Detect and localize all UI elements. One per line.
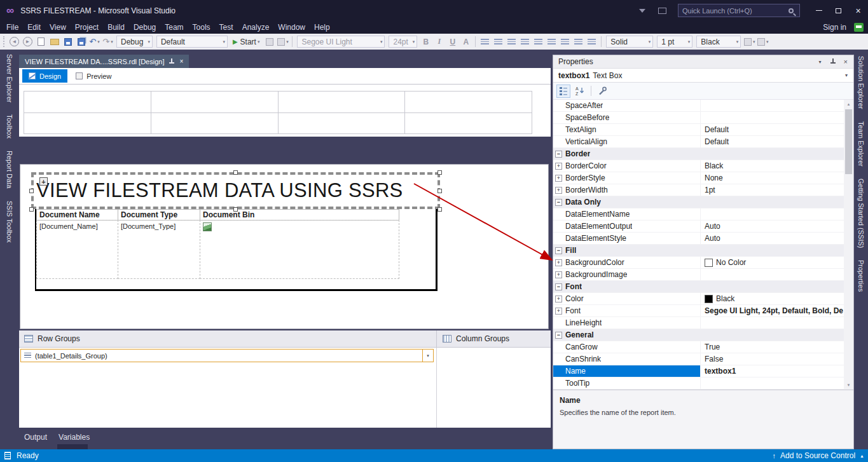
misc-tool-icon[interactable] bbox=[263, 35, 275, 48]
borders-icon[interactable]: ▾ bbox=[743, 35, 755, 48]
undo-icon[interactable]: ↶▾ bbox=[88, 35, 100, 48]
menu-item-tools[interactable]: Tools bbox=[188, 22, 215, 33]
menu-item-project[interactable]: Project bbox=[71, 22, 103, 33]
fill-color-icon[interactable]: ▾ bbox=[757, 35, 769, 48]
object-selector[interactable]: textbox1 Text Box ▾ bbox=[553, 68, 853, 83]
left-tab-ssis-toolbox[interactable]: SSIS Toolbox bbox=[6, 201, 13, 243]
scrollbar-thumb[interactable] bbox=[845, 109, 852, 174]
categorized-view-icon[interactable] bbox=[556, 85, 570, 98]
valign-top-icon[interactable] bbox=[519, 35, 531, 48]
table-cell-document-bin[interactable] bbox=[200, 220, 399, 279]
property-row-lineheight[interactable]: LineHeight bbox=[553, 317, 844, 329]
menu-item-build[interactable]: Build bbox=[103, 22, 129, 33]
font-size-combo[interactable]: 24pt▾ bbox=[389, 36, 417, 48]
resize-handle[interactable] bbox=[29, 207, 34, 212]
font-color-button[interactable]: A bbox=[460, 35, 472, 48]
property-row-backgroundcolor[interactable]: +BackgroundColorNo Color bbox=[553, 257, 844, 269]
align-center-icon[interactable] bbox=[492, 35, 504, 48]
property-row-border[interactable]: −Border bbox=[553, 148, 844, 160]
border-color-combo[interactable]: Black▾ bbox=[696, 36, 741, 48]
border-width-combo[interactable]: 1 pt▾ bbox=[657, 36, 692, 48]
design-grid-cell[interactable] bbox=[151, 113, 278, 134]
left-tab-report-data[interactable]: Report Data bbox=[6, 151, 13, 188]
redo-icon[interactable]: ↷▾ bbox=[102, 35, 114, 48]
expand-icon[interactable]: + bbox=[555, 175, 562, 182]
property-row-data-only[interactable]: −Data Only bbox=[553, 196, 844, 208]
resize-handle[interactable] bbox=[437, 207, 442, 212]
property-row-spaceafter[interactable]: SpaceAfter bbox=[553, 100, 844, 112]
property-row-dataelementoutput[interactable]: DataElementOutputAuto bbox=[553, 221, 844, 233]
design-grid-cell[interactable] bbox=[24, 113, 151, 134]
filter-icon[interactable] bbox=[639, 9, 645, 13]
left-tab-toolbox[interactable]: Toolbox bbox=[6, 114, 13, 139]
property-row-color[interactable]: +ColorBlack bbox=[553, 293, 844, 305]
alphabetical-sort-icon[interactable]: AZ bbox=[573, 85, 587, 98]
minimize-button[interactable] bbox=[809, 0, 829, 21]
resize-handle[interactable] bbox=[29, 189, 34, 193]
property-row-fill[interactable]: −Fill bbox=[553, 245, 844, 257]
add-to-source-control-button[interactable]: ↑ Add to Source Control ▲ bbox=[772, 451, 864, 460]
menu-item-debug[interactable]: Debug bbox=[129, 22, 160, 33]
right-tab-solution-explorer[interactable]: Solution Explorer bbox=[857, 56, 865, 109]
bottom-tab-output[interactable]: Output bbox=[24, 433, 47, 449]
menu-item-edit[interactable]: Edit bbox=[23, 22, 45, 33]
number-list-icon[interactable] bbox=[559, 35, 571, 48]
configuration-combo[interactable]: Default▾ bbox=[156, 36, 228, 48]
design-grid-cell[interactable] bbox=[405, 113, 532, 134]
navigate-back-icon[interactable]: ◄ bbox=[8, 35, 20, 48]
property-row-general[interactable]: −General bbox=[553, 329, 844, 341]
quick-launch-search[interactable]: Quick Launch (Ctrl+Q) bbox=[678, 4, 800, 17]
menu-item-view[interactable]: View bbox=[45, 22, 71, 33]
sign-in-link[interactable]: Sign in bbox=[823, 23, 846, 32]
collapse-icon[interactable]: − bbox=[555, 332, 562, 339]
scroll-up-icon[interactable]: ▲ bbox=[844, 100, 853, 109]
expand-icon[interactable]: + bbox=[555, 259, 562, 266]
menu-item-test[interactable]: Test bbox=[215, 22, 238, 33]
bullet-list-icon[interactable] bbox=[546, 35, 558, 48]
align-left-icon[interactable] bbox=[479, 35, 491, 48]
property-row-canshrink[interactable]: CanShrinkFalse bbox=[553, 353, 844, 365]
property-row-spacebefore[interactable]: SpaceBefore bbox=[553, 112, 844, 124]
property-row-borderwidth[interactable]: +BorderWidth1pt bbox=[553, 184, 844, 196]
menu-item-analyze[interactable]: Analyze bbox=[238, 22, 274, 33]
table-header-document-bin[interactable]: Document Bin bbox=[200, 209, 399, 221]
property-row-bordercolor[interactable]: +BorderColorBlack bbox=[553, 160, 844, 172]
design-grid-cell[interactable] bbox=[279, 113, 405, 134]
table-header-document-name[interactable]: Document Name bbox=[36, 209, 118, 221]
design-grid-cell[interactable] bbox=[405, 92, 532, 112]
expand-icon[interactable]: + bbox=[555, 163, 562, 170]
font-name-combo[interactable]: Segoe UI Light▾ bbox=[297, 36, 385, 48]
table-header-document-type[interactable]: Document Type bbox=[118, 209, 200, 221]
property-row-dataelementstyle[interactable]: DataElementStyleAuto bbox=[553, 233, 844, 245]
collapse-icon[interactable]: − bbox=[555, 247, 562, 254]
menu-item-file[interactable]: File bbox=[2, 22, 23, 33]
right-tab-team-explorer[interactable]: Team Explorer bbox=[857, 121, 865, 166]
chevron-down-icon[interactable]: ▾ bbox=[819, 59, 822, 65]
start-debug-button[interactable]: ▶Start▾ bbox=[230, 35, 263, 48]
row-group-item[interactable]: (table1_Details_Group) ▾ bbox=[20, 349, 434, 362]
menu-item-team[interactable]: Team bbox=[160, 22, 188, 33]
collapse-icon[interactable]: − bbox=[555, 151, 562, 158]
indent-icon[interactable] bbox=[586, 35, 598, 48]
document-tab[interactable]: VIEW FILESTREAM DA....SSRS.rdl [Design] … bbox=[19, 55, 189, 68]
table-cell-document-name[interactable]: [Document_Name] bbox=[36, 220, 118, 279]
design-grid-cell[interactable] bbox=[24, 92, 151, 112]
maximize-button[interactable] bbox=[829, 0, 848, 21]
move-handle-icon[interactable]: + bbox=[39, 177, 48, 186]
close-tab-icon[interactable]: × bbox=[179, 58, 183, 65]
left-tab-server-explorer[interactable]: Server Explorer bbox=[6, 54, 13, 102]
property-row-dataelementname[interactable]: DataElementName bbox=[553, 208, 844, 221]
underline-button[interactable]: U bbox=[446, 35, 458, 48]
misc-tool-icon-2[interactable]: ▾ bbox=[277, 35, 289, 48]
report-table[interactable]: Document Name Document Type Document Bin… bbox=[36, 209, 399, 279]
close-icon[interactable]: × bbox=[844, 58, 848, 65]
right-tab-properties[interactable]: Properties bbox=[857, 260, 865, 292]
preview-tab[interactable]: Preview bbox=[69, 69, 118, 83]
resize-handle[interactable] bbox=[233, 207, 238, 212]
property-row-verticalalign[interactable]: VerticalAlignDefault bbox=[553, 136, 844, 148]
resize-handle[interactable] bbox=[233, 170, 238, 175]
property-row-borderstyle[interactable]: +BorderStyleNone bbox=[553, 172, 844, 184]
navigate-forward-icon[interactable]: ► bbox=[22, 35, 34, 48]
pin-icon[interactable] bbox=[169, 58, 174, 65]
collapse-icon[interactable]: − bbox=[555, 283, 562, 290]
